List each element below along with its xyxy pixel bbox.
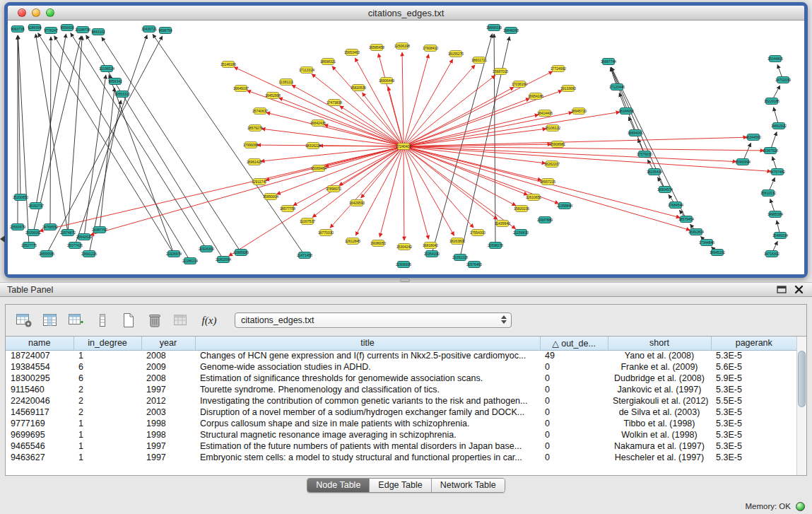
network-node[interactable]: 16649197	[233, 86, 249, 92]
network-graph[interactable]: 1724040315908981162622071895721512610651…	[8, 21, 804, 274]
network-node[interactable]: 23974872	[60, 230, 76, 236]
table-cell[interactable]: 6	[73, 361, 141, 373]
table-cell[interactable]: 0	[540, 384, 608, 395]
table-cell[interactable]: 1	[73, 440, 141, 452]
column-view-button[interactable]	[93, 310, 112, 330]
network-node[interactable]: 15820536	[351, 85, 366, 91]
network-node[interactable]: 9778247	[44, 28, 58, 34]
table-cell[interactable]: 1	[73, 418, 141, 429]
network-node[interactable]: 18698321	[320, 59, 336, 65]
network-node[interactable]: 20598278	[488, 243, 503, 249]
table-cell[interactable]: 1997	[141, 440, 195, 452]
network-node[interactable]: 21906936	[396, 262, 411, 268]
minimize-window-button[interactable]	[32, 8, 40, 17]
network-node[interactable]: 9858342	[108, 78, 122, 85]
close-panel-icon[interactable]	[794, 285, 804, 294]
network-node[interactable]: 18316228	[305, 143, 321, 149]
table-selector-combobox[interactable]: citations_edges.txt	[235, 313, 512, 328]
table-cell[interactable]: Estimation of the future numbers of pati…	[195, 440, 540, 452]
network-node[interactable]: 15687015	[493, 69, 508, 75]
table-cell[interactable]: Investigating the contribution of common…	[195, 395, 540, 407]
network-node[interactable]: 15653463	[344, 49, 360, 56]
network-node[interactable]: 16961425	[247, 159, 262, 165]
select-columns-button[interactable]	[40, 310, 60, 330]
table-cell[interactable]: 1	[73, 350, 141, 361]
table-cell[interactable]: de Silva et al. (2003)	[608, 407, 711, 418]
network-node[interactable]: 17473838	[326, 100, 342, 106]
network-node[interactable]: 23527775	[21, 243, 37, 249]
table-cell[interactable]: 2	[73, 395, 141, 407]
network-node[interactable]: 11439943	[495, 221, 510, 227]
network-node[interactable]: 16642436	[310, 120, 326, 127]
network-node[interactable]: 18579276	[247, 125, 263, 132]
table-cell[interactable]: Tibbo et al. (1998)	[608, 418, 711, 429]
network-node[interactable]: 15044805	[767, 56, 783, 62]
network-node[interactable]: 18945202	[710, 250, 725, 256]
tab-network-table[interactable]: Network Table	[432, 479, 505, 492]
table-row[interactable]: 1938455462009Genome-wide association stu…	[6, 361, 797, 373]
network-node[interactable]: 10196524	[99, 66, 114, 72]
network-node[interactable]: 15229186	[764, 98, 779, 105]
network-node[interactable]: 23691226	[81, 251, 97, 257]
table-cell[interactable]: 5.5E-5	[711, 395, 797, 407]
network-node[interactable]: 16155275	[448, 51, 464, 57]
table-scrollbar-thumb[interactable]	[798, 351, 806, 407]
network-node[interactable]: 17724992	[551, 66, 566, 72]
table-cell[interactable]: 49	[540, 350, 608, 361]
table-cell[interactable]: 0	[540, 361, 608, 373]
table-cell[interactable]: Disruption of a novel member of a sodium…	[195, 407, 540, 418]
network-node[interactable]: 17684544	[668, 202, 683, 209]
table-cell[interactable]: 1998	[141, 418, 195, 429]
network-node[interactable]: 19668339	[486, 25, 502, 31]
table-cell[interactable]: Nakamura et al. (1997)	[608, 440, 711, 452]
table-cell[interactable]: Franke et al. (2009)	[608, 361, 711, 373]
network-node[interactable]: 18577758	[280, 206, 295, 212]
network-node[interactable]: 18579454	[678, 216, 694, 223]
table-row[interactable]: 1872400712008Changes of HCN gene express…	[6, 350, 797, 361]
table-cell[interactable]: 1	[73, 452, 141, 463]
network-node[interactable]: 15960994	[735, 159, 751, 165]
network-node[interactable]: 17898072	[326, 186, 341, 192]
network-node[interactable]: 15489334	[772, 233, 788, 239]
table-row[interactable]: 946362711997Embryonic stem cells: a mode…	[6, 452, 797, 463]
network-node[interactable]: 18957215	[540, 179, 555, 185]
table-cell[interactable]: 0	[540, 407, 608, 418]
column-header-pagerank[interactable]: pagerank	[711, 337, 797, 350]
network-node[interactable]: 21091318	[452, 255, 468, 261]
create-table-button[interactable]	[119, 310, 139, 330]
table-cell[interactable]: 0	[540, 373, 608, 384]
table-cell[interactable]: Changes of HCN gene expression and I(f) …	[195, 350, 540, 361]
table-cell[interactable]: 1	[73, 429, 141, 440]
network-node[interactable]: 25642629	[76, 234, 92, 240]
network-node[interactable]: 12610651	[526, 194, 541, 201]
network-node[interactable]: 16906449	[379, 78, 394, 84]
add-column-button[interactable]	[66, 310, 86, 330]
column-header-short[interactable]: short	[608, 337, 711, 350]
table-cell[interactable]: Jankovic et al. (1997)	[608, 384, 711, 395]
table-cell[interactable]: 0	[540, 418, 608, 429]
network-node[interactable]: 21802064	[216, 257, 231, 263]
network-node[interactable]: 25200650	[13, 194, 28, 201]
network-node[interactable]: 11007537	[300, 218, 315, 225]
network-node[interactable]: 15304242	[396, 244, 412, 250]
network-node[interactable]: 9286599	[28, 25, 42, 31]
network-node[interactable]: 18235434	[647, 169, 662, 175]
column-header-title[interactable]: title	[195, 337, 540, 350]
network-node[interactable]: 15106122	[545, 125, 560, 132]
table-cell[interactable]: 2008	[141, 373, 195, 384]
table-cell[interactable]: 1998	[141, 429, 195, 440]
table-cell[interactable]: Dudbridge et al. (2008)	[608, 373, 711, 384]
maximize-window-button[interactable]	[46, 8, 54, 17]
table-cell[interactable]: 2	[73, 384, 141, 395]
network-node[interactable]: 14985384	[767, 211, 783, 218]
network-node[interactable]: 21471458	[297, 252, 312, 259]
table-cell[interactable]: 9777169	[6, 418, 73, 429]
network-node[interactable]: 20687889	[537, 217, 553, 223]
network-node[interactable]: 16262207	[544, 161, 560, 168]
network-node[interactable]: 9698754	[158, 28, 172, 34]
network-node[interactable]: 20576463	[466, 262, 482, 268]
network-node[interactable]: 21358844	[557, 203, 572, 209]
network-node[interactable]: 15950004	[263, 194, 278, 200]
network-node[interactable]: 15820236	[514, 206, 529, 212]
network-node[interactable]: 16687744	[601, 59, 616, 65]
